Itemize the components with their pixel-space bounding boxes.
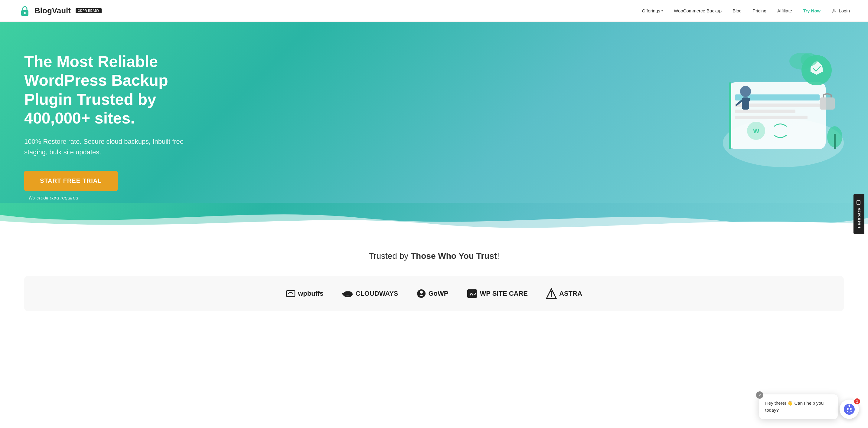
- svg-point-23: [801, 53, 817, 66]
- gdpr-badge: GDPR READY: [75, 8, 102, 13]
- nav-item-affiliate[interactable]: Affiliate: [777, 8, 792, 13]
- svg-rect-24: [286, 291, 295, 297]
- svg-rect-16: [742, 97, 749, 110]
- user-icon: [831, 8, 837, 13]
- start-free-trial-button[interactable]: START FREE TRIAL: [24, 171, 118, 191]
- wave-divider: [0, 203, 868, 233]
- nav-item-offerings[interactable]: Offerings ▾: [642, 8, 663, 13]
- logo-icon: [18, 4, 31, 18]
- hero-section: The Most Reliable WordPress Backup Plugi…: [0, 22, 868, 203]
- nav-item-try-now[interactable]: Try Now: [803, 8, 820, 13]
- svg-rect-9: [735, 110, 796, 113]
- logo-text: BlogVault: [34, 6, 71, 16]
- brand-logo-gowp: GoWP: [416, 289, 448, 298]
- gowp-icon: [416, 289, 426, 298]
- chevron-down-icon: ▾: [661, 9, 663, 12]
- nav-item-woocommerce[interactable]: WooCommerce Backup: [674, 8, 722, 13]
- svg-text:W: W: [753, 127, 760, 135]
- wpbuffs-icon: [286, 289, 296, 298]
- site-header: BlogVault GDPR READY Offerings ▾ WooComm…: [0, 0, 868, 22]
- hero-title: The Most Reliable WordPress Backup Plugi…: [24, 52, 206, 128]
- svg-point-35: [551, 291, 552, 292]
- main-nav: Offerings ▾ WooCommerce Backup Blog Pric…: [642, 8, 850, 13]
- feedback-icon: [857, 200, 861, 205]
- brand-logos-row: wpbuffs CLOUDWAYS GoWP: [24, 276, 844, 311]
- svg-point-4: [833, 9, 835, 11]
- brand-logo-sitecare: WP WP SITE CARE: [467, 288, 528, 299]
- svg-rect-10: [735, 116, 807, 119]
- cloudways-icon: [342, 289, 353, 298]
- svg-text:WP: WP: [470, 292, 476, 296]
- hero-content: The Most Reliable WordPress Backup Plugi…: [24, 46, 206, 201]
- feedback-tab[interactable]: Feedback: [854, 194, 864, 234]
- hero-subtitle: 100% Restore rate. Secure cloud backups,…: [24, 136, 206, 158]
- svg-rect-11: [729, 82, 731, 149]
- svg-point-30: [420, 291, 423, 294]
- sitecare-icon: WP: [467, 288, 477, 299]
- nav-item-login[interactable]: Login: [831, 8, 850, 13]
- svg-point-15: [740, 86, 751, 97]
- no-credit-card-text: No credit card required: [29, 195, 206, 201]
- hero-illustration: W: [686, 22, 856, 179]
- nav-item-pricing[interactable]: Pricing: [752, 8, 766, 13]
- logo-area[interactable]: BlogVault GDPR READY: [18, 4, 102, 18]
- brand-logo-cloudways: CLOUDWAYS: [342, 289, 398, 298]
- svg-rect-21: [834, 134, 836, 149]
- brand-logo-astra: ASTRA: [546, 288, 582, 299]
- trusted-title: Trusted by Those Who You Trust!: [24, 251, 844, 261]
- astra-icon: [546, 288, 557, 299]
- brand-logo-wpbuffs: wpbuffs: [286, 289, 323, 298]
- nav-item-blog[interactable]: Blog: [733, 8, 742, 13]
- svg-rect-41: [857, 200, 860, 205]
- trusted-section: Trusted by Those Who You Trust! wpbuffs …: [0, 233, 868, 323]
- svg-rect-19: [819, 97, 835, 110]
